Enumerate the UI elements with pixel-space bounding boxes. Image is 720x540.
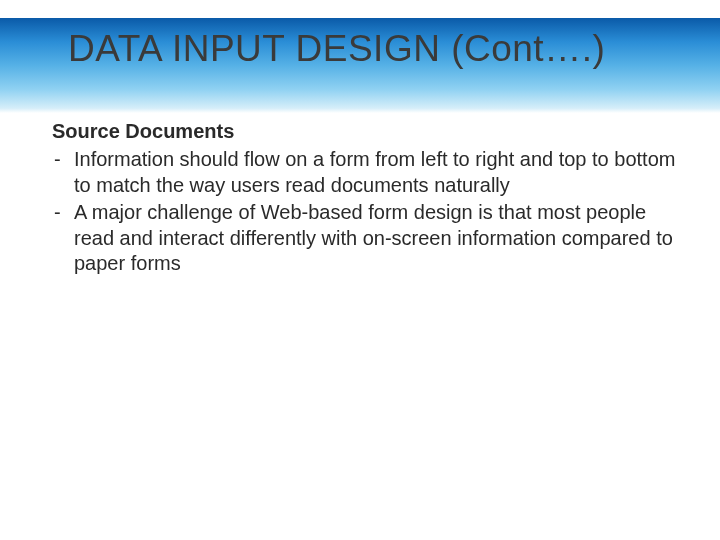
bullet-list: Information should flow on a form from l… bbox=[52, 147, 680, 277]
title-band: DATA INPUT DESIGN (Cont….) bbox=[0, 18, 720, 113]
slide-title: DATA INPUT DESIGN (Cont….) bbox=[68, 28, 605, 70]
list-item: Information should flow on a form from l… bbox=[52, 147, 680, 198]
list-item: A major challenge of Web-based form desi… bbox=[52, 200, 680, 277]
slide: DATA INPUT DESIGN (Cont….) Source Docume… bbox=[0, 0, 720, 540]
slide-content: Source Documents Information should flow… bbox=[52, 120, 680, 279]
subheading: Source Documents bbox=[52, 120, 680, 143]
